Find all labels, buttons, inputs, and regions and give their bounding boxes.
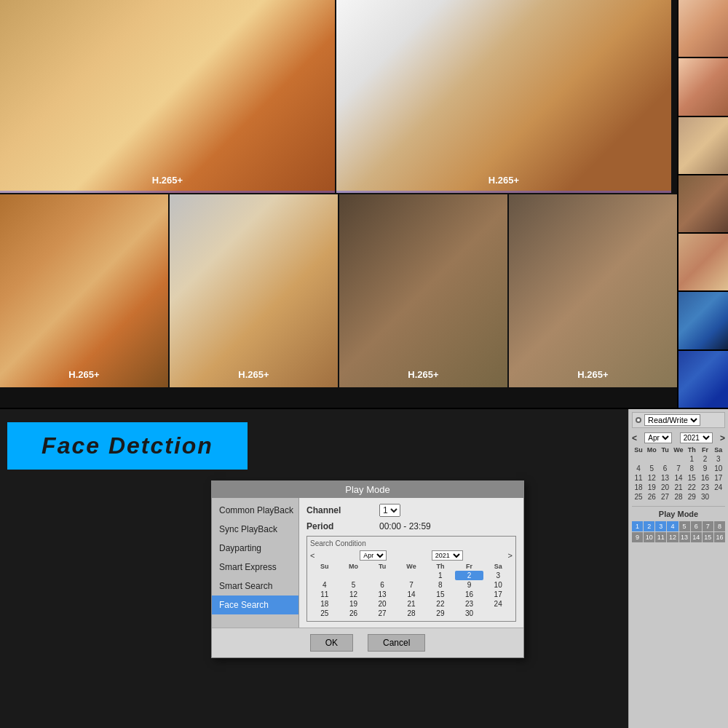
mini-cal-day[interactable] — [483, 609, 513, 618]
cal-day[interactable]: 19 — [645, 483, 658, 492]
mini-cal-day[interactable]: 28 — [397, 609, 426, 618]
cal-day[interactable]: 17 — [712, 473, 725, 483]
read-write-select[interactable]: Read/Write — [644, 414, 700, 426]
play-mode-cell-16[interactable]: 16 — [714, 532, 725, 542]
cal-day[interactable]: 5 — [645, 464, 658, 473]
mini-cal-day[interactable]: 8 — [426, 580, 455, 590]
mini-cal-day[interactable]: 18 — [310, 599, 339, 609]
mini-cal-day[interactable]: 14 — [397, 590, 426, 599]
play-mode-cell-6[interactable]: 6 — [691, 521, 702, 531]
cal-day[interactable]: 30 — [698, 492, 711, 502]
cal-month-select[interactable]: Apr — [644, 432, 672, 443]
play-mode-cell-8[interactable]: 8 — [714, 521, 725, 531]
mini-cal-day[interactable]: 25 — [310, 609, 339, 618]
cal-day[interactable]: 4 — [632, 464, 645, 473]
cal-day[interactable]: 21 — [672, 483, 686, 492]
mini-cal-day[interactable] — [397, 571, 426, 580]
play-mode-cell-12[interactable]: 12 — [667, 532, 678, 542]
cal-day[interactable] — [645, 454, 658, 464]
mini-cal-day[interactable]: 11 — [310, 590, 339, 599]
cal-day[interactable] — [712, 492, 725, 502]
cal-day[interactable]: 9 — [698, 464, 711, 473]
thumb-5[interactable] — [678, 234, 728, 290]
cal-day[interactable]: 6 — [658, 464, 671, 473]
menu-dayparting[interactable]: Dayparting — [212, 539, 298, 558]
video-cell-3[interactable]: H.265+ — [0, 194, 168, 387]
cal-day[interactable]: 11 — [632, 473, 645, 483]
video-cell-4[interactable]: H.265+ — [170, 194, 338, 387]
play-mode-cell-15[interactable]: 15 — [703, 532, 713, 542]
play-mode-cell-4[interactable]: 4 — [667, 521, 678, 531]
cal-day[interactable]: 8 — [685, 464, 698, 473]
thumb-4[interactable] — [678, 175, 728, 232]
mini-cal-day[interactable]: 24 — [483, 599, 513, 609]
mini-cal-day[interactable]: 27 — [368, 609, 397, 618]
mini-cal-day[interactable]: 15 — [426, 590, 455, 599]
mini-cal-next[interactable]: > — [508, 551, 513, 560]
play-mode-cell-2[interactable]: 2 — [644, 521, 654, 531]
play-mode-cell-10[interactable]: 10 — [644, 532, 654, 542]
play-mode-cell-11[interactable]: 11 — [655, 532, 666, 542]
mini-cal-day[interactable]: 19 — [339, 599, 368, 609]
menu-face-search[interactable]: Face Search — [212, 596, 298, 614]
mini-cal-day[interactable]: 5 — [339, 580, 368, 590]
cal-day[interactable]: 26 — [645, 492, 658, 502]
mini-cal-day[interactable]: 3 — [483, 571, 513, 580]
ok-button[interactable]: OK — [310, 634, 353, 652]
cancel-button[interactable]: Cancel — [368, 634, 425, 652]
play-mode-cell-1[interactable]: 1 — [632, 521, 643, 531]
mini-cal-month-select[interactable]: Apr — [360, 550, 387, 561]
thumb-6[interactable] — [678, 292, 728, 349]
cal-day[interactable]: 20 — [658, 483, 671, 492]
cal-day[interactable]: 24 — [712, 483, 725, 492]
mini-cal-day[interactable]: 26 — [339, 609, 368, 618]
mini-cal-day[interactable]: 12 — [339, 590, 368, 599]
mini-cal-year-select[interactable]: 2021 — [432, 550, 463, 561]
video-cell-1[interactable]: H.265+ — [0, 0, 335, 193]
cal-next[interactable]: > — [720, 433, 725, 443]
play-mode-cell-7[interactable]: 7 — [703, 521, 713, 531]
mini-cal-prev[interactable]: < — [310, 551, 314, 560]
play-mode-cell-13[interactable]: 13 — [679, 532, 690, 542]
cal-day[interactable]: 22 — [685, 483, 698, 492]
cal-day[interactable]: 7 — [672, 464, 686, 473]
mini-cal-day[interactable]: 6 — [368, 580, 397, 590]
mini-cal-day[interactable]: 17 — [483, 590, 513, 599]
mini-cal-day[interactable]: 23 — [455, 599, 484, 609]
mini-cal-day[interactable]: 21 — [397, 599, 426, 609]
thumb-2[interactable] — [678, 58, 728, 115]
cal-day[interactable]: 14 — [672, 473, 686, 483]
menu-sync-playback[interactable]: Sync PlayBack — [212, 520, 298, 539]
play-mode-cell-5[interactable]: 5 — [679, 521, 690, 531]
video-cell-2[interactable]: H.265+ — [336, 0, 671, 193]
cal-day[interactable] — [672, 454, 686, 464]
play-mode-cell-9[interactable]: 9 — [632, 532, 643, 542]
mini-cal-day[interactable]: 13 — [368, 590, 397, 599]
channel-select[interactable]: 1 — [379, 504, 400, 517]
mini-cal-day[interactable]: 4 — [310, 580, 339, 590]
mini-cal-day[interactable]: 22 — [426, 599, 455, 609]
play-mode-cell-14[interactable]: 14 — [691, 532, 702, 542]
thumb-7[interactable] — [678, 351, 728, 408]
video-cell-6[interactable]: H.265+ — [509, 194, 677, 387]
cal-day[interactable]: 1 — [685, 454, 698, 464]
cal-day[interactable] — [632, 454, 645, 464]
mini-cal-day[interactable] — [339, 571, 368, 580]
mini-cal-day[interactable]: 30 — [455, 609, 484, 618]
thumb-3[interactable] — [678, 117, 728, 174]
cal-prev[interactable]: < — [632, 433, 637, 443]
mini-cal-day[interactable] — [310, 571, 339, 580]
mini-cal-day[interactable]: 2 — [455, 571, 484, 580]
cal-day[interactable]: 16 — [698, 473, 711, 483]
cal-day[interactable]: 23 — [698, 483, 711, 492]
mini-cal-day[interactable]: 10 — [483, 580, 513, 590]
cal-day[interactable]: 28 — [672, 492, 686, 502]
cal-day[interactable]: 29 — [685, 492, 698, 502]
cal-day[interactable]: 10 — [712, 464, 725, 473]
cal-day[interactable]: 2 — [698, 454, 711, 464]
play-mode-cell-3[interactable]: 3 — [655, 521, 666, 531]
cal-day[interactable]: 18 — [632, 483, 645, 492]
mini-cal-day[interactable]: 16 — [455, 590, 484, 599]
cal-day[interactable]: 13 — [658, 473, 671, 483]
cal-day[interactable]: 27 — [658, 492, 671, 502]
